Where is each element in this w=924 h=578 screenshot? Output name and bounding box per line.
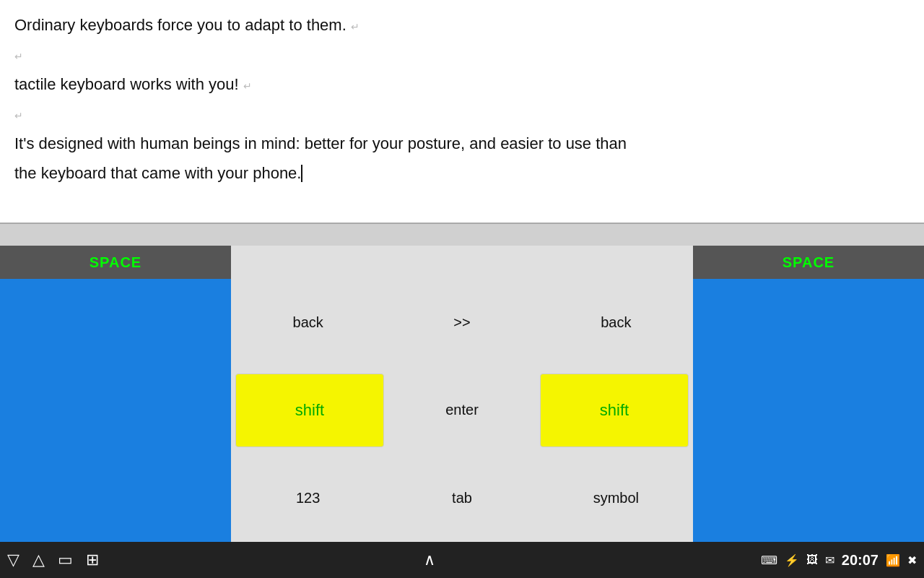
- keyboard-row-1: back >> back: [231, 279, 693, 366]
- editor-line-1: Ordinary keyboards force you to adapt to…: [14, 13, 910, 37]
- symbol-key[interactable]: symbol: [539, 454, 693, 542]
- back-right-label: back: [601, 314, 631, 331]
- numbers-label: 123: [296, 490, 320, 506]
- mail-icon: ✉: [825, 553, 834, 567]
- back-right-key[interactable]: back: [539, 279, 693, 366]
- usb-icon: ⚡: [785, 553, 799, 567]
- space-bar-center-gap: [231, 246, 693, 279]
- space-left-label: SPACE: [90, 254, 141, 271]
- enter-label: enter: [445, 402, 479, 418]
- keyboard-center-panel: back >> back shift enter shift 123: [231, 279, 693, 542]
- back-nav-button[interactable]: ▽: [7, 551, 19, 569]
- text-editor[interactable]: Ordinary keyboards force you to adapt to…: [0, 0, 924, 224]
- shift-left-key[interactable]: shift: [235, 374, 384, 447]
- tab-key[interactable]: tab: [385, 454, 539, 542]
- editor-keyboard-gap: [0, 224, 924, 246]
- space-right-label: SPACE: [783, 254, 834, 271]
- editor-line-5: It's designed with human beings in mind:…: [14, 131, 910, 155]
- shift-left-label: shift: [295, 401, 324, 420]
- image-icon: 🖼: [806, 553, 818, 566]
- editor-line-2: ↵: [14, 43, 910, 66]
- keyboard-row-2: shift enter shift: [231, 366, 693, 454]
- keyboard-left-zone: [0, 279, 231, 542]
- editor-line-3: tactile keyboard works with you! ↵: [14, 72, 910, 96]
- back-left-label: back: [293, 314, 323, 331]
- recents-nav-button[interactable]: ▭: [58, 551, 73, 569]
- shift-right-label: shift: [600, 401, 629, 420]
- keyboard-hide-button[interactable]: ∧: [424, 551, 435, 569]
- shift-right-key[interactable]: shift: [540, 374, 689, 447]
- symbol-label: symbol: [593, 490, 639, 506]
- nav-buttons: ▽ △ ▭ ⊞: [7, 551, 99, 569]
- tab-label: tab: [452, 490, 472, 506]
- status-indicators: ⌨ ⚡ 🖼 ✉ 20:07 📶 ✖: [761, 552, 917, 569]
- status-bar-center: ∧: [99, 551, 761, 569]
- editor-line-4: ↵: [14, 102, 910, 126]
- enter-key[interactable]: enter: [388, 366, 536, 454]
- clock: 20:07: [842, 552, 879, 569]
- keyboard-right-zone: [693, 279, 924, 542]
- numbers-key[interactable]: 123: [231, 454, 385, 542]
- home-nav-button[interactable]: △: [32, 551, 45, 569]
- space-bar-right[interactable]: SPACE: [693, 246, 924, 279]
- signal-icon: ✖: [907, 553, 917, 567]
- back-left-key[interactable]: back: [231, 279, 385, 366]
- status-bar: ▽ △ ▭ ⊞ ∧ ⌨ ⚡ 🖼 ✉ 20:07 📶 ✖: [0, 542, 924, 578]
- wifi-icon: 📶: [886, 553, 900, 567]
- editor-line-6: the keyboard that came with your phone.: [14, 161, 910, 185]
- keyboard-icon: ⌨: [761, 553, 777, 567]
- space-bar-left[interactable]: SPACE: [0, 246, 231, 279]
- grid-nav-button[interactable]: ⊞: [86, 551, 99, 569]
- keyboard-row-3: 123 tab symbol: [231, 454, 693, 542]
- forward-key[interactable]: >>: [385, 279, 539, 366]
- forward-label: >>: [453, 314, 470, 331]
- space-bar-row: SPACE SPACE: [0, 246, 924, 279]
- keyboard-area: back >> back shift enter shift 123: [0, 279, 924, 542]
